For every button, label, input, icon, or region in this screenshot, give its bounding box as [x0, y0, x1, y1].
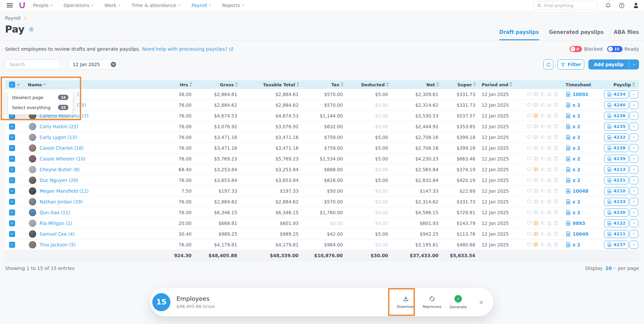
payslip-dropdown[interactable] — [630, 144, 638, 152]
refresh-button[interactable] — [543, 59, 553, 70]
help-processing-link[interactable]: Need help with processing payslips? — [142, 46, 233, 52]
payslip-button[interactable]: 4231 — [604, 176, 629, 184]
add-payslip-button[interactable]: Add payslip — [588, 59, 629, 70]
timesheet-link[interactable]: x 2 — [561, 242, 600, 247]
global-search-input[interactable] — [534, 1, 597, 10]
payslip-button[interactable]: 4210 — [604, 187, 629, 195]
row-checkbox[interactable]: ✓ — [9, 242, 15, 248]
nav-item-time-attendance[interactable]: Time & attendance — [131, 3, 180, 8]
timesheet-link[interactable]: 10092 — [561, 92, 600, 97]
payslip-button[interactable]: 4230 — [604, 209, 629, 217]
filter-button[interactable]: Filter — [557, 59, 584, 70]
timesheet-link[interactable]: x 2 — [561, 124, 600, 129]
table-search-field[interactable] — [9, 62, 56, 67]
employee-name-link[interactable]: Qun Gao (11) — [40, 210, 70, 215]
employee-name-link[interactable]: Cassie Charles (16) — [40, 145, 84, 151]
payslip-dropdown[interactable] — [630, 101, 638, 109]
timesheet-link[interactable]: x 2 — [561, 156, 600, 161]
row-checkbox[interactable]: ✓ — [9, 188, 15, 194]
employee-name-link[interactable]: Tina Jackson (5) — [40, 242, 75, 247]
row-checkbox[interactable]: ✓ — [9, 177, 15, 183]
menu-item-select-everything[interactable]: Select everything 15 — [8, 102, 72, 112]
payslip-button[interactable]: 4240 — [604, 101, 629, 109]
tab-generated-payslips[interactable]: Generated payslips — [549, 29, 604, 40]
nav-item-operations[interactable]: Operations — [64, 3, 93, 8]
tab-aba-files[interactable]: ABA files — [614, 29, 639, 40]
payslip-button[interactable]: 4232 — [604, 133, 629, 141]
payslip-dropdown[interactable] — [630, 219, 638, 227]
column-header-taxable[interactable]: Taxable Total — [238, 82, 300, 87]
row-checkbox[interactable]: ✓ — [9, 199, 15, 205]
menu-item-deselect-page[interactable]: Deselect page 15 — [8, 92, 72, 102]
app-logo[interactable] — [19, 2, 25, 9]
timesheet-link[interactable]: 9893 — [561, 221, 600, 226]
download-button[interactable]: Download — [393, 295, 419, 309]
payslip-dropdown[interactable] — [630, 112, 638, 120]
row-checkbox[interactable]: ✓ — [9, 210, 15, 216]
payslip-dropdown[interactable] — [630, 155, 638, 163]
employee-name-link[interactable]: Nathan Jordan (39) — [40, 199, 83, 204]
employee-name-link[interactable]: Carly Harkin (21) — [40, 124, 78, 129]
employee-name-link[interactable]: Ria Miligan (1) — [40, 221, 72, 226]
payslip-dropdown[interactable] — [630, 90, 638, 98]
column-header-tax[interactable]: Tax — [300, 82, 344, 87]
timesheet-link[interactable]: x 2 — [561, 135, 600, 140]
payslip-dropdown[interactable] — [630, 166, 638, 174]
payslip-button[interactable]: 4213 — [604, 166, 629, 174]
payslip-button[interactable]: 4239 — [604, 155, 629, 163]
payslip-button[interactable]: 4233 — [604, 198, 629, 206]
row-checkbox[interactable]: ✓ — [9, 220, 15, 226]
pay-settings-gear-icon[interactable] — [29, 27, 34, 32]
timesheet-link[interactable]: x 2 — [561, 102, 600, 108]
column-header-hrs[interactable]: Hrs — [163, 82, 193, 87]
payslip-dropdown[interactable] — [630, 187, 638, 195]
timesheet-link[interactable]: x 2 — [561, 113, 600, 119]
timesheet-link[interactable]: 10049 — [561, 231, 600, 237]
clear-date-icon[interactable]: × — [111, 62, 116, 67]
user-avatar[interactable] — [633, 2, 639, 9]
employee-name-link[interactable]: Cassie Wheeler (10) — [40, 156, 85, 161]
pay-date-picker[interactable]: 12 Jan 2025 × — [68, 59, 119, 70]
payslip-dropdown[interactable] — [630, 176, 638, 184]
select-menu-chevron-icon[interactable] — [17, 83, 20, 85]
page-size-select[interactable]: 20 — [605, 266, 615, 271]
hamburger-menu-icon[interactable] — [7, 3, 13, 7]
column-header-payslip[interactable]: Payslip — [600, 82, 639, 87]
column-header-period_end[interactable]: Period end — [477, 82, 525, 87]
nav-item-work[interactable]: Work — [104, 3, 120, 8]
payslip-button[interactable]: 4237 — [604, 241, 629, 249]
row-checkbox[interactable]: ✓ — [9, 134, 15, 140]
timesheet-link[interactable]: x 2 — [561, 199, 600, 204]
payslip-button[interactable]: 4234 — [604, 90, 629, 98]
column-header-gross[interactable]: Gross — [193, 82, 238, 87]
row-checkbox[interactable]: ✓ — [9, 156, 15, 162]
payslip-dropdown[interactable] — [630, 241, 638, 249]
timesheet-link[interactable]: x 2 — [561, 145, 600, 151]
close-action-bar-icon[interactable]: × — [479, 298, 484, 306]
payslip-dropdown[interactable] — [630, 123, 638, 131]
table-search-input[interactable] — [5, 59, 61, 70]
employee-name-link[interactable]: Duc Nguyen (20) — [40, 178, 78, 183]
payslip-button[interactable]: 4236 — [604, 112, 629, 120]
add-payslip-dropdown[interactable] — [629, 59, 639, 70]
timesheet-link[interactable]: x 2 — [561, 178, 600, 183]
help-icon[interactable]: ? — [619, 3, 625, 8]
row-checkbox[interactable]: ✓ — [9, 231, 15, 237]
select-all-checkbox[interactable]: ✓ — [9, 82, 15, 88]
generate-button[interactable]: ✓ Generate — [445, 295, 471, 309]
timesheet-link[interactable]: x 2 — [561, 167, 600, 172]
payslip-dropdown[interactable] — [630, 230, 638, 238]
payslip-button[interactable]: 4211 — [604, 230, 629, 238]
breadcrumb[interactable]: Payroll — [5, 15, 639, 21]
column-header-super[interactable]: Super — [440, 82, 477, 87]
breadcrumb-label[interactable]: Payroll — [5, 15, 20, 21]
column-header-name[interactable]: Name — [25, 82, 163, 87]
payslip-dropdown[interactable] — [630, 198, 638, 206]
reprocess-button[interactable]: Reprocess — [419, 295, 445, 309]
employee-name-link[interactable]: Samuel Cee (4) — [40, 231, 74, 237]
nav-item-reports[interactable]: Reports — [222, 3, 244, 8]
payslip-button[interactable]: 4122 — [604, 219, 629, 227]
payslip-dropdown[interactable] — [630, 133, 638, 141]
row-checkbox[interactable]: ✓ — [9, 145, 15, 151]
employee-name-link[interactable]: Cheyne Butler (8) — [40, 167, 80, 172]
